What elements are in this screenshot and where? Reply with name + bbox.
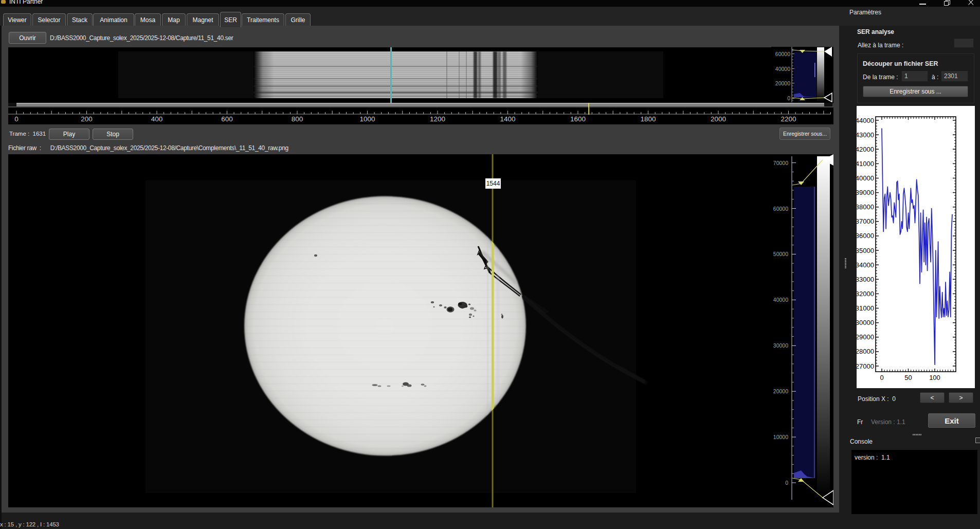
svg-text:36000: 36000 xyxy=(857,232,874,240)
svg-text:2200: 2200 xyxy=(781,115,796,123)
svg-text:29000: 29000 xyxy=(857,333,874,341)
svg-text:800: 800 xyxy=(292,115,303,123)
svg-text:2000: 2000 xyxy=(711,115,726,123)
svg-text:39000: 39000 xyxy=(857,189,874,196)
svg-text:20000: 20000 xyxy=(775,80,790,86)
svg-text:70000: 70000 xyxy=(773,160,788,166)
svg-text:20000: 20000 xyxy=(773,388,788,394)
svg-text:35000: 35000 xyxy=(857,247,874,254)
svg-text:200: 200 xyxy=(81,115,93,123)
svg-text:100: 100 xyxy=(929,374,940,381)
svg-text:1600: 1600 xyxy=(570,115,586,123)
svg-text:41000: 41000 xyxy=(857,160,874,168)
svg-text:0: 0 xyxy=(880,374,883,381)
svg-text:0: 0 xyxy=(14,115,19,123)
svg-text:30000: 30000 xyxy=(773,342,788,349)
svg-text:40000: 40000 xyxy=(773,297,788,303)
svg-text:60000: 60000 xyxy=(775,51,790,57)
svg-text:60000: 60000 xyxy=(773,206,788,212)
svg-text:1200: 1200 xyxy=(430,115,445,123)
svg-text:27000: 27000 xyxy=(857,362,874,370)
svg-text:33000: 33000 xyxy=(857,276,874,283)
svg-text:30000: 30000 xyxy=(857,319,874,326)
svg-text:44000: 44000 xyxy=(857,117,874,124)
svg-text:1400: 1400 xyxy=(500,115,515,123)
svg-text:42000: 42000 xyxy=(857,145,874,153)
svg-text:0: 0 xyxy=(785,480,788,486)
svg-text:1000: 1000 xyxy=(359,115,375,123)
svg-text:31000: 31000 xyxy=(857,304,874,312)
svg-text:34000: 34000 xyxy=(857,261,874,269)
svg-text:10000: 10000 xyxy=(773,434,788,440)
svg-text:40000: 40000 xyxy=(857,174,874,182)
svg-text:0: 0 xyxy=(787,95,790,101)
svg-text:32000: 32000 xyxy=(857,290,874,298)
svg-text:43000: 43000 xyxy=(857,131,874,139)
svg-text:38000: 38000 xyxy=(857,203,874,211)
svg-text:37000: 37000 xyxy=(857,217,874,225)
svg-text:50000: 50000 xyxy=(773,251,788,257)
svg-text:28000: 28000 xyxy=(857,348,874,355)
svg-text:50: 50 xyxy=(904,374,912,381)
svg-text:600: 600 xyxy=(221,115,233,123)
svg-text:400: 400 xyxy=(151,115,163,123)
svg-text:40000: 40000 xyxy=(775,66,790,72)
svg-text:1800: 1800 xyxy=(640,115,656,123)
